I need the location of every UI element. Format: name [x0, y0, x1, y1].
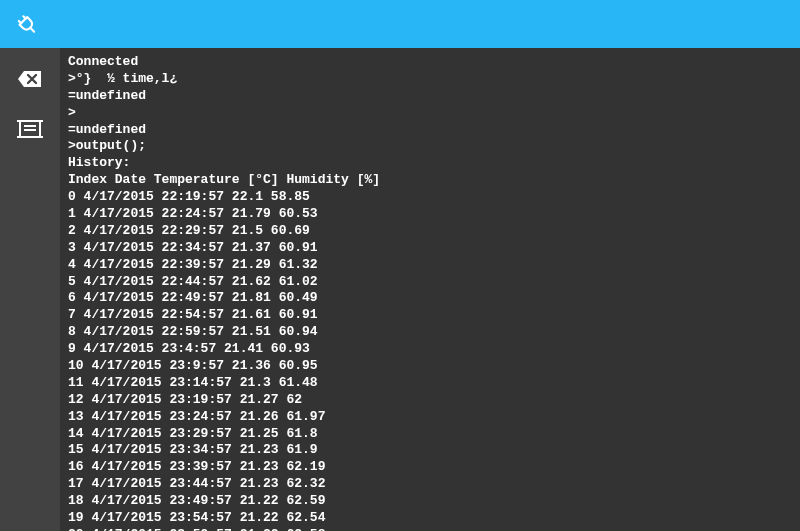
terminal-row: 1 4/17/2015 22:24:57 21.79 60.53	[68, 206, 318, 221]
terminal-row: 2 4/17/2015 22:29:57 21.5 60.69	[68, 223, 310, 238]
terminal-output[interactable]: Connected >°} ½ time,l¿ =undefined > =un…	[60, 48, 800, 531]
code-block-icon	[17, 118, 43, 140]
terminal-row: 10 4/17/2015 23:9:57 21.36 60.95	[68, 358, 318, 373]
terminal-line: >output();	[68, 138, 146, 153]
terminal-row: 12 4/17/2015 23:19:57 21.27 62	[68, 392, 302, 407]
clear-icon	[17, 69, 43, 89]
terminal-line: History:	[68, 155, 130, 170]
terminal-row: 9 4/17/2015 23:4:57 21.41 60.93	[68, 341, 310, 356]
main-area: Connected >°} ½ time,l¿ =undefined > =un…	[0, 48, 800, 531]
terminal-row: 0 4/17/2015 22:19:57 22.1 58.85	[68, 189, 310, 204]
terminal-row: 3 4/17/2015 22:34:57 21.37 60.91	[68, 240, 318, 255]
terminal-row: 19 4/17/2015 23:54:57 21.22 62.54	[68, 510, 325, 525]
terminal-row: 7 4/17/2015 22:54:57 21.61 60.91	[68, 307, 318, 322]
terminal-row: 11 4/17/2015 23:14:57 21.3 61.48	[68, 375, 318, 390]
terminal-line: >°} ½ time,l¿	[68, 71, 177, 86]
code-block-button[interactable]	[15, 114, 45, 144]
terminal-row: 20 4/17/2015 23:59:57 21.22 62.58	[68, 527, 325, 531]
terminal-header: Index Date Temperature [°C] Humidity [%]	[68, 172, 380, 187]
terminal-row: 13 4/17/2015 23:24:57 21.26 61.97	[68, 409, 325, 424]
terminal-line: =undefined	[68, 122, 146, 137]
terminal-row: 17 4/17/2015 23:44:57 21.23 62.32	[68, 476, 325, 491]
terminal-status: Connected	[68, 54, 138, 69]
terminal-row: 16 4/17/2015 23:39:57 21.23 62.19	[68, 459, 325, 474]
terminal-row: 18 4/17/2015 23:49:57 21.22 62.59	[68, 493, 325, 508]
terminal-line: >	[68, 105, 76, 120]
terminal-row: 15 4/17/2015 23:34:57 21.23 61.9	[68, 442, 318, 457]
terminal-row: 14 4/17/2015 23:29:57 21.25 61.8	[68, 426, 318, 441]
plug-icon	[15, 11, 41, 37]
terminal-row: 5 4/17/2015 22:44:57 21.62 61.02	[68, 274, 318, 289]
terminal-row: 4 4/17/2015 22:39:57 21.29 61.32	[68, 257, 318, 272]
clear-button[interactable]	[15, 64, 45, 94]
sidebar	[0, 48, 60, 531]
terminal-row: 6 4/17/2015 22:49:57 21.81 60.49	[68, 290, 318, 305]
top-bar	[0, 0, 800, 48]
terminal-line: =undefined	[68, 88, 146, 103]
connect-button[interactable]	[8, 4, 48, 44]
terminal-row: 8 4/17/2015 22:59:57 21.51 60.94	[68, 324, 318, 339]
